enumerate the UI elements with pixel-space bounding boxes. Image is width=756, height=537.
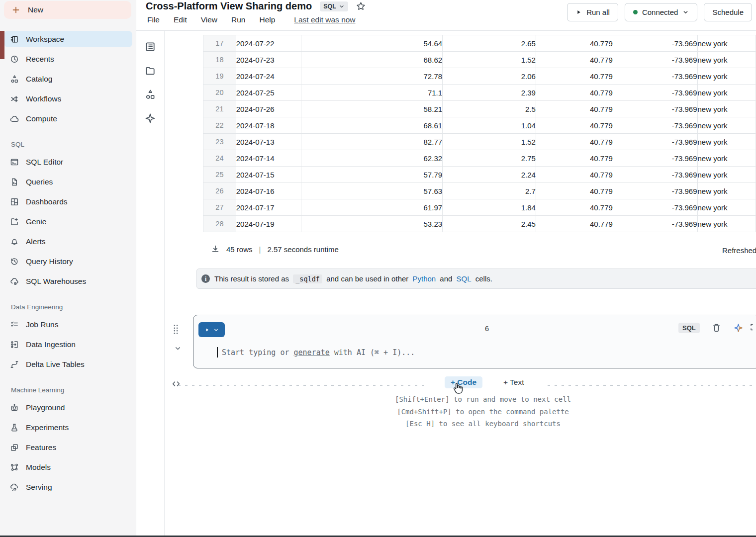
sidebar-item-serving[interactable]: Serving: [4, 479, 132, 495]
runtime-label: 2.57 seconds runtime: [267, 245, 338, 254]
table-cell: 53.23: [301, 216, 443, 232]
table-cell: 57.79: [301, 167, 443, 183]
cell-collapse-chevron-icon[interactable]: [174, 345, 182, 352]
add-cell-divider-left: [178, 385, 428, 386]
shortcut-hint: [Cmd+Shift+P] to open the command palett…: [334, 406, 632, 418]
sidebar-item-workspace[interactable]: Workspace: [4, 31, 132, 47]
menu-run[interactable]: Run: [231, 15, 245, 24]
table-cell: 2024-07-17: [236, 199, 301, 216]
table-row: 192024-07-2472.782.0640.779-73.969new yo…: [203, 68, 756, 85]
sidebar-item-sql-warehouses[interactable]: SQL Warehouses: [4, 273, 132, 289]
folder-icon[interactable]: [145, 65, 156, 76]
sidebar-item-label: Workspace: [26, 35, 64, 44]
table-row: 172024-07-2254.642.6540.779-73.969new yo…: [203, 35, 756, 52]
generate-link[interactable]: generate: [294, 348, 330, 357]
table-cell: 23: [203, 134, 236, 150]
trash-icon[interactable]: [712, 323, 721, 333]
sidebar-item-compute[interactable]: Compute: [4, 110, 132, 127]
chevron-down-icon: [339, 3, 345, 9]
table-cell: new york: [697, 35, 756, 52]
table-row: 232024-07-1382.771.5240.779-73.969new yo…: [203, 134, 756, 150]
play-icon: [204, 327, 210, 333]
sidebar-item-label: Experiments: [26, 423, 69, 432]
schedule-label: Schedule: [712, 8, 744, 16]
sidebar-item-sql-editor[interactable]: SQL Editor: [4, 154, 132, 170]
title-row: Cross-Platform View Sharing demo SQL: [146, 0, 366, 12]
menu-file[interactable]: File: [147, 15, 160, 24]
menu-view[interactable]: View: [201, 15, 217, 24]
run-cell-button[interactable]: [198, 322, 225, 337]
history-icon: [10, 257, 19, 266]
assistant-sparkle-icon[interactable]: [734, 323, 743, 333]
table-row: 212024-07-2658.212.540.779-73.969new yor…: [203, 101, 756, 117]
schedule-button[interactable]: Schedule: [704, 3, 752, 21]
menu-edit[interactable]: Edit: [174, 15, 187, 24]
focus-mode-icon[interactable]: [750, 323, 756, 331]
table-cell: 58.21: [301, 101, 443, 117]
results-table: 172024-07-2254.642.6540.779-73.969new yo…: [203, 35, 756, 232]
sidebar-item-catalog[interactable]: Catalog: [4, 71, 132, 87]
sidebar-item-experiments[interactable]: Experiments: [4, 419, 132, 436]
sidebar-item-data-ingestion[interactable]: Data Ingestion: [4, 336, 132, 353]
table-cell: -73.969: [613, 216, 697, 232]
sidebar-item-label: Features: [26, 443, 56, 452]
cell-language-chip[interactable]: SQL: [678, 323, 700, 333]
notebook-canvas: 172024-07-2254.642.6540.779-73.969new yo…: [165, 31, 756, 537]
sidebar-item-job-runs[interactable]: Job Runs: [4, 316, 132, 333]
sidebar-item-label: Genie: [26, 217, 46, 226]
sidebar-section-title: Data Engineering: [11, 303, 132, 311]
cloud-icon: [10, 114, 19, 123]
star-icon[interactable]: [356, 1, 366, 11]
document-icon: [10, 178, 19, 186]
notebook-cell[interactable]: 6 SQL Start typing or generate with AI (…: [193, 315, 756, 368]
table-cell: 40.779: [536, 35, 613, 52]
shortcut-hint: [Esc H] to see all keyboard shortcuts: [334, 418, 632, 430]
table-cell: new york: [697, 85, 756, 101]
sql-link[interactable]: SQL: [457, 274, 472, 283]
table-cell: 17: [203, 35, 236, 52]
table-row: 182024-07-2368.621.5240.779-73.969new yo…: [203, 52, 756, 68]
table-cell: new york: [697, 183, 756, 199]
python-link[interactable]: Python: [412, 274, 436, 283]
table-cell: 40.779: [536, 150, 613, 167]
sidebar-item-delta-live-tables[interactable]: Delta Live Tables: [4, 356, 132, 372]
menu-help[interactable]: Help: [259, 15, 275, 24]
table-cell: 40.779: [536, 134, 613, 150]
catalog-icon[interactable]: [145, 89, 156, 100]
add-code-button[interactable]: + Code: [445, 376, 482, 388]
results-footer: 45 rows | 2.57 seconds runtime: [211, 245, 339, 254]
sidebar-item-genie[interactable]: Genie: [4, 213, 132, 230]
table-cell: 2.65: [443, 35, 536, 52]
add-text-button[interactable]: + Text: [503, 378, 524, 387]
toc-icon[interactable]: [145, 41, 156, 52]
connected-dropdown[interactable]: Connected: [625, 3, 698, 21]
cell-drag-handle-icon[interactable]: [173, 324, 179, 335]
code-brackets-icon[interactable]: [172, 379, 181, 388]
sidebar-item-alerts[interactable]: Alerts: [4, 233, 132, 250]
sidebar-item-query-history[interactable]: Query History: [4, 253, 132, 269]
refreshed-link[interactable]: Refreshed: [722, 246, 756, 255]
sidebar-item-playground[interactable]: Playground: [4, 399, 132, 416]
sql-editor-icon: [10, 158, 19, 167]
run-all-button[interactable]: Run all: [567, 3, 618, 21]
last-edit-status[interactable]: Last edit was now: [294, 15, 355, 24]
table-cell: 54.64: [301, 35, 443, 52]
sidebar-item-workflows[interactable]: Workflows: [4, 90, 132, 107]
download-icon[interactable]: [211, 245, 220, 254]
sidebar-item-recents[interactable]: Recents: [4, 51, 132, 67]
table-cell: 40.779: [536, 52, 613, 68]
sidebar-item-label: Compute: [26, 114, 57, 123]
sidebar-item-features[interactable]: Features: [4, 439, 132, 455]
table-cell: 2024-07-19: [236, 216, 301, 232]
table-row: 222024-07-1868.611.0440.779-73.969new yo…: [203, 117, 756, 134]
sidebar-item-models[interactable]: Models: [4, 459, 132, 475]
new-button[interactable]: New: [4, 1, 131, 19]
banner-text: This result is stored as _sqldf and can …: [214, 274, 494, 283]
notebook-language-dropdown[interactable]: SQL: [320, 1, 348, 11]
table-cell: 2024-07-15: [236, 167, 301, 183]
sidebar-item-dashboards[interactable]: Dashboards: [4, 193, 132, 210]
assistant-sparkle-icon[interactable]: [145, 113, 156, 124]
table-cell: -73.969: [613, 183, 697, 199]
code-editor-line[interactable]: Start typing or generate with AI (⌘ + I)…: [217, 347, 415, 358]
sidebar-item-queries[interactable]: Queries: [4, 174, 132, 190]
